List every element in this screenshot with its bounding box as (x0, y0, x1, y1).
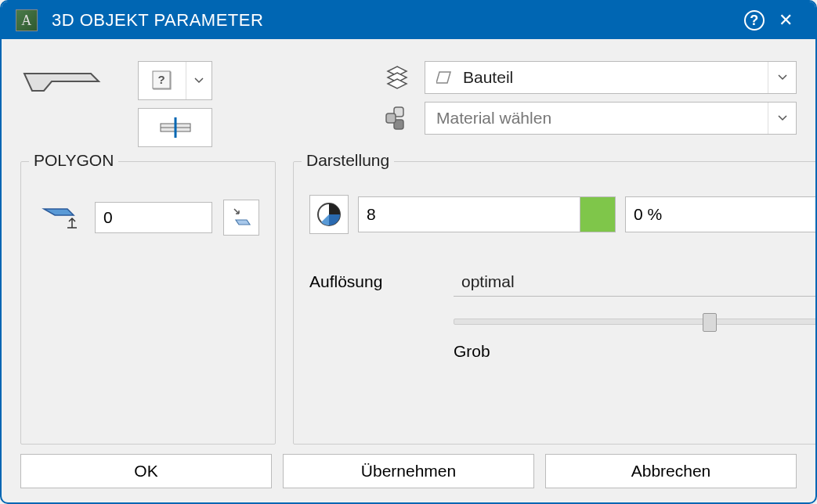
polygon-height-row (37, 200, 259, 236)
material-placeholder-label: Material wählen (436, 109, 551, 128)
chevron-down-icon (186, 62, 211, 99)
chevron-down-icon (768, 103, 796, 134)
dialog-window: A 3D OBJEKT PARAMETER ? ✕ (0, 0, 817, 504)
titlebar: A 3D OBJEKT PARAMETER ? ✕ (2, 2, 815, 39)
slider-labels: Grob Fein (454, 342, 817, 361)
appearance-row (309, 195, 817, 234)
object-shape-preview (20, 61, 122, 147)
profile-section-icon (156, 116, 195, 139)
material-dropdown[interactable]: Material wählen (425, 102, 797, 135)
ok-button[interactable]: OK (20, 454, 272, 488)
opacity-value-field (625, 196, 817, 232)
slider-min-label: Grob (454, 342, 490, 361)
svg-marker-14 (44, 209, 74, 215)
pen-color-swatch[interactable] (580, 196, 616, 232)
material-icon (381, 104, 414, 132)
pen-value-input[interactable] (358, 196, 580, 232)
color-picker-button[interactable] (309, 195, 349, 234)
pick-polygon-icon (230, 206, 253, 229)
color-wheel-icon (316, 201, 342, 228)
top-left: ? (20, 61, 365, 147)
profile-mode-button[interactable] (138, 108, 212, 147)
svg-text:?: ? (157, 73, 164, 86)
close-button[interactable]: ✕ (770, 5, 801, 36)
layer-dropdown[interactable]: Bauteil (425, 61, 797, 94)
resolution-slider-wrap: Grob Fein (454, 319, 817, 361)
layer-item-icon (436, 69, 454, 86)
layer-row: Bauteil (381, 61, 797, 94)
cancel-button[interactable]: Abbrechen (545, 454, 797, 488)
svg-marker-0 (24, 74, 99, 91)
resolution-selected-label: optimal (461, 272, 515, 291)
polygon-height-icon (37, 204, 84, 231)
material-row: Material wählen (381, 102, 797, 135)
layer-selected-label: Bauteil (463, 68, 513, 87)
resolution-label: Auflösung (309, 272, 443, 291)
app-icon: A (16, 9, 38, 31)
content-area: ? (2, 39, 815, 454)
polygon-preview-icon (20, 67, 107, 99)
svg-marker-17 (236, 220, 250, 225)
resolution-row: Auflösung optimal (309, 267, 817, 297)
question-book-icon: ? (139, 62, 186, 99)
svg-rect-13 (386, 113, 396, 123)
polygon-height-input[interactable] (95, 202, 212, 233)
top-controls: ? (138, 61, 212, 147)
apply-button[interactable]: Übernehmen (283, 454, 534, 488)
pen-value-field (358, 196, 616, 232)
polygon-group: POLYGON (20, 161, 276, 445)
polygon-group-title: POLYGON (29, 151, 118, 170)
middle-row: POLYGON (20, 161, 797, 445)
footer: OK Übernehmen Abbrechen (2, 454, 815, 502)
opacity-value-input[interactable] (625, 196, 817, 232)
resolution-slider[interactable] (454, 319, 817, 325)
resolution-dropdown[interactable]: optimal (454, 267, 817, 297)
top-right: Bauteil (381, 61, 797, 147)
pick-polygon-button[interactable] (223, 200, 259, 236)
top-row: ? (20, 61, 797, 147)
darstellung-group-title: Darstellung (302, 151, 394, 170)
help-button[interactable]: ? (739, 5, 770, 36)
close-icon: ✕ (779, 10, 794, 31)
svg-marker-10 (436, 72, 450, 83)
window-title: 3D OBJEKT PARAMETER (52, 10, 263, 31)
darstellung-group: Darstellung (293, 161, 817, 445)
layers-icon (381, 63, 414, 92)
help-icon: ? (744, 10, 765, 31)
chevron-down-icon (768, 62, 796, 93)
svg-marker-9 (388, 79, 407, 88)
category-dropdown[interactable]: ? (138, 61, 212, 100)
slider-thumb[interactable] (703, 313, 717, 332)
